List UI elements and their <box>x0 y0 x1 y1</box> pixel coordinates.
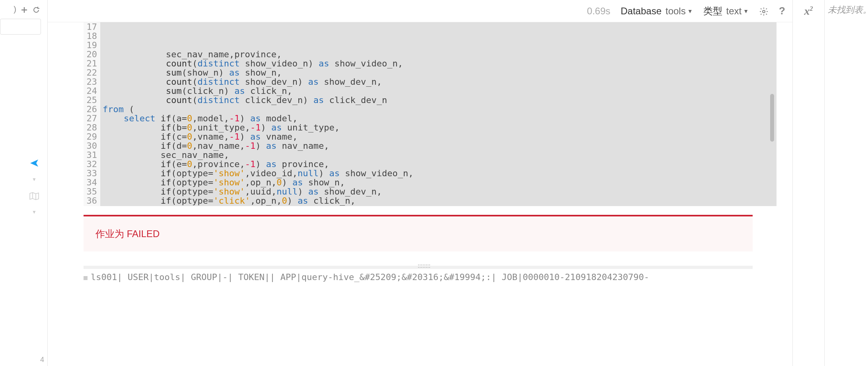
send-icon[interactable] <box>29 158 39 168</box>
sidebar-partial-text: ) <box>14 5 16 14</box>
scrollbar-thumb[interactable] <box>770 94 774 142</box>
right-toolbar: x2 <box>792 0 824 366</box>
database-dropdown[interactable]: tools ▼ <box>666 6 693 17</box>
code-content[interactable]: sec_nav_name,province, count(distinct sh… <box>100 22 777 206</box>
format-icon[interactable]: x2 <box>793 5 824 18</box>
log-bullet-icon <box>84 276 88 280</box>
gear-icon[interactable] <box>759 6 769 17</box>
chevron-down-icon: ▼ <box>687 8 693 14</box>
chevron-down-icon[interactable]: ▼ <box>32 209 37 215</box>
help-icon[interactable]: ? <box>779 5 785 17</box>
tables-empty-message: 未找到表。 <box>828 5 868 15</box>
left-sidebar: ) ▼ ▼ 4 <box>0 0 48 366</box>
type-dropdown[interactable]: text ▼ <box>726 6 749 17</box>
error-message: 作业为 FAILED <box>95 228 160 239</box>
code-editor[interactable]: 1718192021222324252627282930313233343536… <box>84 22 777 206</box>
type-label: 类型 <box>703 5 722 18</box>
map-icon[interactable] <box>29 191 39 201</box>
database-label: Database <box>621 6 662 17</box>
svg-point-0 <box>763 10 765 13</box>
resize-handle[interactable] <box>84 266 753 269</box>
sidebar-bottom-text: 4 <box>40 356 44 364</box>
tables-panel: 未找到表。 <box>824 0 868 366</box>
log-text: ls001| USER|tools| GROUP|-| TOKEN|| APP|… <box>91 272 649 282</box>
refresh-icon[interactable] <box>32 5 40 14</box>
line-numbers: 1718192021222324252627282930313233343536 <box>84 22 100 206</box>
add-icon[interactable] <box>20 5 28 14</box>
query-timing: 0.69s <box>587 6 611 17</box>
editor-panel: 0.69s Database tools ▼ 类型 text ▼ ? <box>48 0 792 366</box>
error-alert: 作业为 FAILED <box>84 215 753 251</box>
editor-toolbar: 0.69s Database tools ▼ 类型 text ▼ ? <box>48 0 792 22</box>
sidebar-search-input[interactable] <box>0 19 41 35</box>
chevron-down-icon[interactable]: ▼ <box>32 177 37 182</box>
chevron-down-icon: ▼ <box>743 8 749 14</box>
log-output: ls001| USER|tools| GROUP|-| TOKEN|| APP|… <box>84 272 753 282</box>
